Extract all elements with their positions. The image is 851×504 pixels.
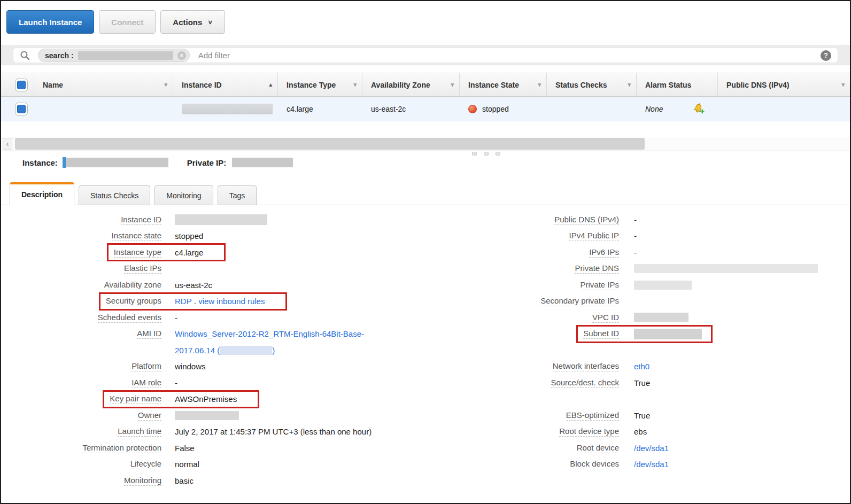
field-scheduled-events: Scheduled events- xyxy=(22,309,429,326)
field-ipv4-public-ip: IPv4 Public IP- xyxy=(429,228,850,245)
field-platform: Platformwindows xyxy=(22,359,429,375)
table-header: Name▾Instance ID▴Instance Type▾Availabil… xyxy=(1,73,850,97)
field-network-interfaces: Network interfaceseth0 xyxy=(429,359,850,375)
field-owner: Owner xyxy=(22,407,429,424)
column-label: Instance ID xyxy=(182,81,222,89)
detail-text: us-east-2c xyxy=(175,281,212,290)
add-filter-input[interactable]: Add filter xyxy=(198,51,230,60)
detail-label: Scheduled events xyxy=(98,313,161,323)
details-row: OwnerEBS-optimizedTrue xyxy=(22,407,850,424)
detail-link[interactable]: ) xyxy=(272,346,275,355)
row-checkbox[interactable] xyxy=(15,103,28,115)
tab-description[interactable]: Description xyxy=(10,182,74,205)
stopped-state-icon xyxy=(468,105,477,113)
filter-pill[interactable]: search : ✕ xyxy=(38,49,190,62)
column-header-public-dns-ipv4[interactable]: Public DNS (IPv4)▾ xyxy=(718,73,850,96)
field-instance-type: Instance typec4.large xyxy=(22,244,429,261)
detail-value: True xyxy=(634,411,650,420)
field-public-dns-ipv4: Public DNS (IPv4)- xyxy=(429,212,850,228)
detail-link[interactable]: /dev/sda1 xyxy=(634,444,669,453)
detail-label: IAM role xyxy=(131,378,161,388)
ec2-console-window: Launch Instance Connect Actions ∨ search… xyxy=(0,0,851,504)
cell-alarm-status: None xyxy=(637,97,718,121)
chevron-down-icon: ∨ xyxy=(207,19,213,25)
detail-value: c4.large xyxy=(175,248,203,257)
field-ebs-optimized: EBS-optimizedTrue xyxy=(429,407,850,424)
detail-value: - xyxy=(634,248,637,257)
detail-link[interactable]: eth0 xyxy=(634,362,649,371)
instance-row[interactable]: c4.largeus-east-2cstoppedNone xyxy=(1,97,850,121)
tab-tags[interactable]: Tags xyxy=(218,185,257,205)
detail-label: VPC ID xyxy=(592,313,619,323)
redacted-value xyxy=(634,281,692,290)
clear-filter-icon[interactable]: ✕ xyxy=(177,51,186,60)
search-input[interactable]: search : ✕ Add filter ? xyxy=(13,48,838,63)
detail-text: AWSOnPremises xyxy=(175,394,237,404)
cell-public-dns xyxy=(718,97,850,121)
detail-text: True xyxy=(634,378,650,387)
description-panel: Instance IDPublic DNS (IPv4)-Instance st… xyxy=(1,205,850,489)
help-icon[interactable]: ? xyxy=(821,50,831,61)
detail-value xyxy=(634,281,692,290)
field-ami-id: AMI IDWindows_Server-2012-R2_RTM-English… xyxy=(22,326,429,343)
instance-state-text: stopped xyxy=(482,105,509,113)
column-label: Status Checks xyxy=(555,81,607,89)
column-label: Name xyxy=(43,81,63,89)
detail-label: Private IPs xyxy=(580,280,619,290)
detail-label: EBS-optimized xyxy=(566,410,619,421)
column-header-instance-type[interactable]: Instance Type▾ xyxy=(278,73,362,96)
field-empty xyxy=(429,391,850,408)
select-all-checkbox[interactable] xyxy=(15,79,28,91)
field-instance-state: Instance statestopped xyxy=(22,228,429,245)
detail-value: RDP . view inbound rules xyxy=(175,297,265,306)
column-header-instance-state[interactable]: Instance State▾ xyxy=(460,73,547,96)
launch-instance-button[interactable]: Launch Instance xyxy=(6,10,94,34)
detail-link[interactable]: RDP xyxy=(175,297,192,306)
detail-value: /dev/sda1 xyxy=(634,444,669,453)
column-header-name[interactable]: Name▾ xyxy=(34,73,173,96)
detail-label: Root device type xyxy=(559,427,619,437)
detail-text: - xyxy=(175,378,177,387)
sort-caret-icon: ▾ xyxy=(164,81,167,88)
field-secondary-private-ips: Secondary private IPs xyxy=(429,293,850,310)
detail-link[interactable]: view inbound rules xyxy=(198,297,265,306)
detail-value: stopped xyxy=(175,231,203,241)
detail-value xyxy=(175,411,239,420)
detail-link[interactable]: /dev/sda1 xyxy=(634,460,669,469)
actions-dropdown-button[interactable]: Actions ∨ xyxy=(160,10,225,34)
field-elastic-ips: Elastic IPs xyxy=(22,261,429,277)
detail-text: basic xyxy=(175,476,194,485)
resize-grip-handle[interactable] xyxy=(472,152,500,156)
private-ip-label: Private IP: xyxy=(187,158,226,167)
cell-name xyxy=(34,97,173,121)
column-header-alarm-status[interactable]: Alarm Status xyxy=(637,73,718,96)
alarm-bell-icon[interactable] xyxy=(692,103,705,115)
detail-label: Subnet ID xyxy=(583,329,619,339)
detail-value: - xyxy=(175,313,177,322)
details-row: Launch timeJuly 2, 2017 at 1:45:37 PM UT… xyxy=(22,424,850,440)
details-row: Instance statestoppedIPv4 Public IP- xyxy=(22,228,850,245)
detail-value: us-east-2c xyxy=(175,281,212,290)
tab-status-checks[interactable]: Status Checks xyxy=(79,185,150,205)
detail-value: eth0 xyxy=(634,362,649,371)
detail-link[interactable]: 2017.06.14 ( xyxy=(175,346,220,355)
detail-label: Instance state xyxy=(112,231,161,241)
column-header-status-checks[interactable]: Status Checks▾ xyxy=(547,73,637,96)
detail-text: . xyxy=(192,297,199,306)
search-icon xyxy=(20,50,30,61)
detail-text: - xyxy=(634,231,637,241)
field-root-device: Root device/dev/sda1 xyxy=(429,440,850,456)
connect-button[interactable]: Connect xyxy=(99,10,156,34)
details-row: LifecyclenormalBlock devices/dev/sda1 xyxy=(22,456,850,473)
tab-monitoring[interactable]: Monitoring xyxy=(154,185,213,205)
scroll-left-button[interactable]: ‹ xyxy=(3,138,12,150)
sort-asc-icon: ▴ xyxy=(269,81,272,88)
column-header-availability-zone[interactable]: Availability Zone▾ xyxy=(362,73,460,96)
scroll-thumb[interactable] xyxy=(15,138,645,150)
detail-value: windows xyxy=(175,362,206,371)
toolbar: Launch Instance Connect Actions ∨ xyxy=(1,1,850,34)
detail-link[interactable]: Windows_Server-2012-R2_RTM-English-64Bit… xyxy=(175,329,364,338)
details-row: Termination protectionFalseRoot device/d… xyxy=(22,440,850,456)
detail-value: False xyxy=(175,444,195,453)
column-header-instance-id[interactable]: Instance ID▴ xyxy=(173,73,278,96)
